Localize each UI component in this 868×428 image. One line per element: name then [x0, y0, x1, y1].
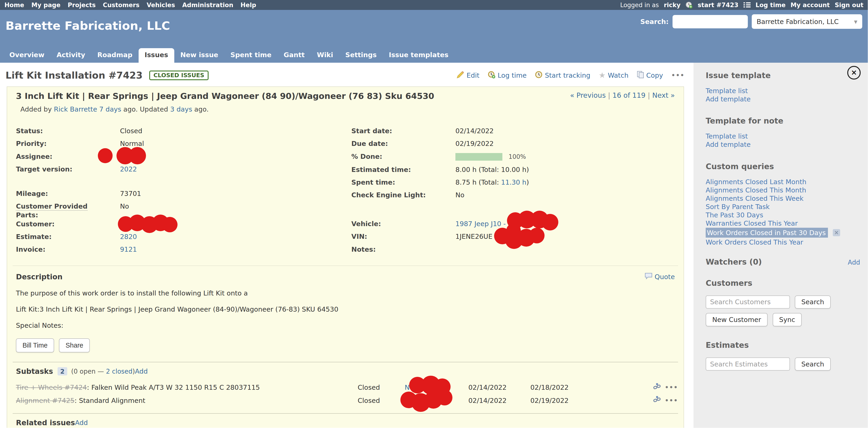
author-link[interactable]: Rick Barrette [54, 105, 97, 113]
new-customer-button[interactable]: New Customer [706, 313, 768, 326]
mileage-value: 73701 [120, 189, 141, 198]
issue-add-template-link[interactable]: Add template [706, 95, 860, 103]
description-paragraph: Lift Kit:3 Inch Lift Kit | Rear Springs … [16, 305, 678, 313]
add-subtask-link[interactable]: Add [135, 367, 148, 375]
next-issue-link[interactable]: Next » [652, 91, 675, 99]
tab-wiki[interactable]: Wiki [311, 48, 339, 63]
attr-customer-provided-parts: Customer ProvidedParts: No [16, 202, 351, 220]
share-button[interactable]: Share [59, 338, 90, 352]
unlink-icon[interactable] [653, 396, 661, 405]
log-time-button[interactable]: Log time [488, 71, 527, 80]
sign-out-link[interactable]: Sign out [835, 1, 864, 8]
top-menu-projects[interactable]: Projects [68, 1, 96, 8]
close-sidebar-button[interactable]: × [847, 66, 861, 79]
custom-queries-list: Alignments Closed Last Month Alignments … [706, 178, 860, 247]
search-customers-button[interactable]: Search [795, 295, 831, 309]
clock-plus-icon[interactable] [685, 1, 692, 8]
description-heading: Description [16, 273, 62, 281]
quote-button[interactable]: Quote [645, 273, 675, 281]
my-account-link[interactable]: My account [790, 1, 830, 8]
customer-search-row: Search [706, 295, 860, 309]
log-time-link[interactable]: Log time [756, 1, 785, 8]
top-menu-my-page[interactable]: My page [31, 1, 60, 8]
estimated-time-value: 8.00 h (Total: 10.00 h) [456, 165, 529, 174]
issue-template-list-link[interactable]: Template list [706, 87, 860, 95]
tab-spent-time[interactable]: Spent time [224, 48, 277, 63]
watchers-header: Watchers (0) Add [706, 257, 860, 266]
target-version-link[interactable]: 2022 [120, 165, 137, 173]
edit-button[interactable]: Edit [457, 71, 479, 80]
top-menu-administration[interactable]: Administration [182, 1, 234, 8]
added-ago-link[interactable]: 7 days [99, 105, 121, 113]
pagination-separator: | [648, 91, 650, 99]
current-user-link[interactable]: ricky [664, 1, 681, 8]
issue-subject: 3 Inch Lift Kit | Rear Springs | Jeep Gr… [16, 91, 434, 101]
custom-query-link[interactable]: Alignments Closed Last Month [706, 178, 860, 186]
copy-button[interactable]: Copy [637, 71, 663, 80]
custom-queries-heading: Custom queries [706, 162, 860, 171]
top-menu-home[interactable]: Home [4, 1, 24, 8]
attr-done: % Done:100% [351, 152, 678, 161]
list-icon[interactable] [743, 2, 751, 8]
start-tracking-button[interactable]: Start tracking [535, 71, 590, 80]
estimate-link[interactable]: 2820 [120, 233, 137, 240]
custom-query-link[interactable]: The Past 30 Days [706, 211, 860, 219]
search-input[interactable] [673, 15, 748, 28]
quote-label: Quote [655, 273, 675, 281]
tab-activity[interactable]: Activity [51, 48, 91, 63]
project-selector-value: Barrette Fabrication, LLC [756, 18, 839, 26]
start-date-value: 02/14/2022 [456, 126, 494, 135]
previous-issue-link[interactable]: « Previous [570, 91, 606, 99]
watch-button[interactable]: ★ Watch [599, 71, 628, 80]
project-selector[interactable]: Barrette Fabrication, LLC ▾ [752, 14, 863, 29]
tab-roadmap[interactable]: Roadmap [91, 48, 138, 63]
note-template-list-link[interactable]: Template list [706, 132, 860, 140]
search-estimates-input[interactable] [706, 358, 790, 371]
subtask-title: Falken Wild Peak A/T3 W 32 1150 R15 C 28… [91, 383, 260, 391]
more-actions-button[interactable]: ••• [671, 72, 685, 79]
add-related-issue-link[interactable]: Add [75, 419, 88, 427]
byline-suffix: ago. [194, 105, 209, 113]
subtask-status: Closed [358, 383, 405, 392]
subtasks-closed-link[interactable]: 2 closed [106, 368, 132, 375]
start-tracking-issue-link[interactable]: start #7423 [698, 1, 738, 8]
tab-settings[interactable]: Settings [339, 48, 383, 63]
search-customers-input[interactable] [706, 295, 790, 309]
top-menu-help[interactable]: Help [241, 1, 256, 8]
sync-button[interactable]: Sync [773, 313, 802, 326]
subtask-colon: : [87, 383, 89, 391]
subtask-more-button[interactable]: ••• [665, 396, 678, 405]
tab-issue-templates[interactable]: Issue templates [383, 48, 455, 63]
spent-time-total-link[interactable]: 11.30 h [501, 178, 526, 186]
subtask-status: Closed [358, 396, 405, 405]
subtask-id-link[interactable]: Alignment #7425 [16, 397, 74, 404]
vehicle-link[interactable]: 1987 Jeep J10 - [456, 220, 506, 228]
status-badge: CLOSED ISSUES [149, 70, 209, 80]
byline-prefix: Added by [21, 105, 52, 113]
clear-query-icon[interactable]: × [833, 229, 840, 236]
note-add-template-link[interactable]: Add template [706, 140, 860, 149]
custom-query-link[interactable]: Alignments Closed This Month [706, 186, 860, 194]
tab-issues[interactable]: Issues [138, 48, 174, 63]
tab-new-issue[interactable]: New issue [174, 48, 224, 63]
custom-query-link[interactable]: Warranties Closed This Year [706, 219, 860, 227]
search-estimates-button[interactable]: Search [795, 358, 831, 371]
custom-query-link[interactable]: Alignments Closed This Week [706, 194, 860, 203]
top-menu-customers[interactable]: Customers [103, 1, 140, 8]
attr-vin: VIN: 1JENE26UE [351, 232, 678, 241]
redaction-blob [437, 390, 452, 405]
tab-overview[interactable]: Overview [3, 48, 51, 63]
top-menu-vehicles[interactable]: Vehicles [147, 1, 175, 8]
custom-query-link[interactable]: Sort By Parent Task [706, 203, 860, 211]
custom-query-link[interactable]: Work Orders Closed This Year [706, 238, 860, 247]
tab-gantt[interactable]: Gantt [278, 48, 311, 63]
attr-customer: Customer: [16, 220, 351, 228]
bill-time-button[interactable]: Bill Time [16, 338, 54, 352]
subtask-id-link[interactable]: Tire + Wheels #7424 [16, 383, 87, 391]
add-watcher-link[interactable]: Add [848, 259, 860, 266]
updated-ago-link[interactable]: 3 days [170, 105, 192, 113]
custom-query-link-selected[interactable]: Work Orders Closed in Past 30 Days [706, 228, 828, 238]
subtask-more-button[interactable]: ••• [665, 383, 678, 392]
invoice-link[interactable]: 9121 [120, 246, 137, 253]
unlink-icon[interactable] [653, 383, 661, 393]
